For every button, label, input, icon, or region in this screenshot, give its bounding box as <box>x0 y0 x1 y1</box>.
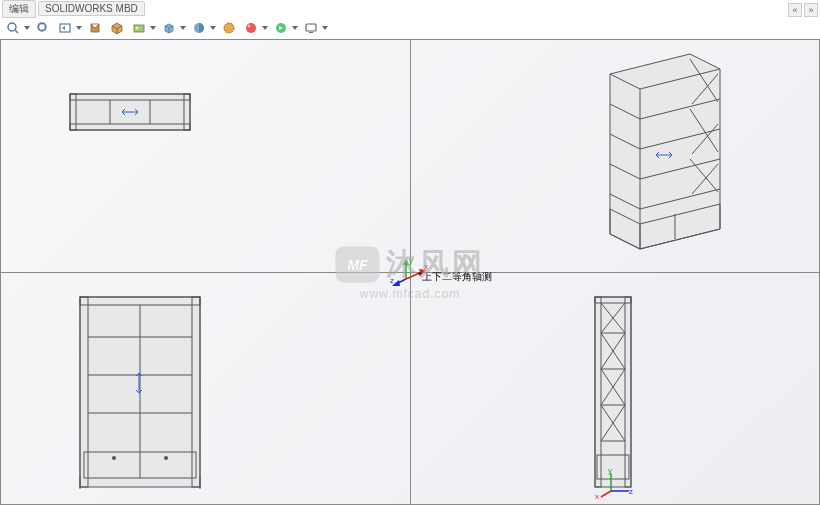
svg-point-11 <box>248 25 251 28</box>
svg-line-47 <box>601 491 611 497</box>
viewport-top[interactable] <box>0 39 410 272</box>
dropdown-icon[interactable] <box>76 19 82 37</box>
svg-text:z: z <box>390 276 394 285</box>
render-icon[interactable] <box>272 19 290 37</box>
dropdown-icon[interactable] <box>210 19 216 37</box>
svg-rect-14 <box>309 32 313 33</box>
tab-mbd[interactable]: SOLIDWORKS MBD <box>38 1 145 16</box>
shaded-icon[interactable] <box>190 19 208 37</box>
svg-rect-3 <box>39 24 45 30</box>
dropdown-icon[interactable] <box>150 19 156 37</box>
hidden-lines-icon[interactable] <box>220 19 238 37</box>
dropdown-icon[interactable] <box>262 19 268 37</box>
zoom-fit-icon[interactable] <box>34 19 52 37</box>
view-orientation-label: *上下二等角轴测 <box>418 270 492 284</box>
svg-point-0 <box>8 23 16 31</box>
svg-line-1 <box>15 30 18 33</box>
dropdown-icon[interactable] <box>24 19 30 37</box>
appearance-icon[interactable] <box>242 19 260 37</box>
view-cube-icon[interactable] <box>160 19 178 37</box>
display-style-icon[interactable] <box>108 19 126 37</box>
axis-y: y <box>608 469 612 475</box>
svg-point-6 <box>136 27 139 30</box>
axis-z: z <box>629 487 633 496</box>
tab-edit[interactable]: 编辑 <box>2 0 36 18</box>
viewport-side[interactable]: yzx <box>410 272 820 505</box>
dropdown-icon[interactable] <box>322 19 328 37</box>
nav-prev[interactable]: « <box>788 3 802 17</box>
prev-view-icon[interactable] <box>56 19 74 37</box>
zoom-window-icon[interactable] <box>4 19 22 37</box>
svg-point-33 <box>164 456 168 460</box>
screen-icon[interactable] <box>302 19 320 37</box>
scene-icon[interactable] <box>130 19 148 37</box>
svg-point-32 <box>112 456 116 460</box>
svg-point-10 <box>246 23 256 33</box>
nav-next[interactable]: » <box>804 3 818 17</box>
dropdown-icon[interactable] <box>180 19 186 37</box>
triad-icon: yzx <box>595 469 635 499</box>
svg-rect-13 <box>306 24 316 31</box>
viewport-front[interactable] <box>0 272 410 505</box>
toolbar <box>4 17 328 39</box>
svg-rect-36 <box>595 297 631 487</box>
svg-text:y: y <box>409 257 413 265</box>
viewport-isometric[interactable] <box>410 39 820 272</box>
svg-rect-5 <box>134 25 144 32</box>
viewport[interactable]: yzx yxz *上下二等角轴测 MF 沐风网 www.mfcad.com <box>0 39 820 505</box>
dropdown-icon[interactable] <box>292 19 298 37</box>
axis-x: x <box>595 492 599 499</box>
section-view-icon[interactable] <box>86 19 104 37</box>
